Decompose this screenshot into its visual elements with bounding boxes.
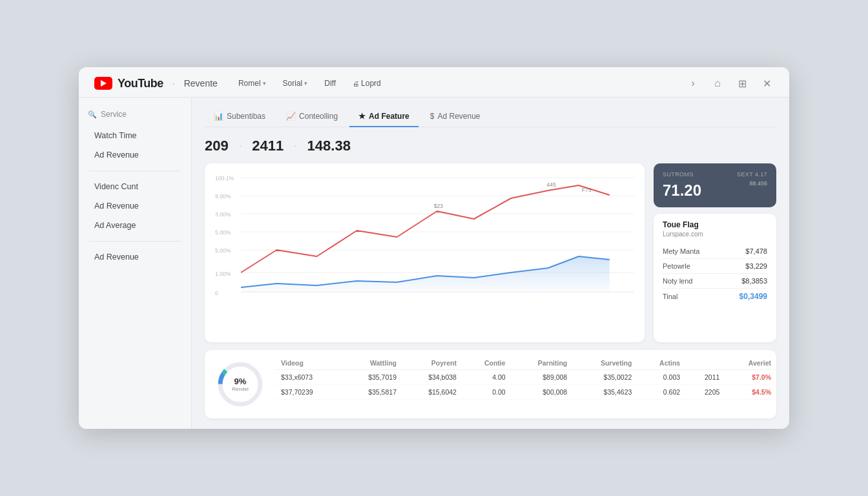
donut-percentage: 9% xyxy=(232,377,248,386)
chart-icon: 📈 xyxy=(286,112,296,121)
youtube-logo: YouTube xyxy=(94,77,163,90)
sidebar-item-videnc-cunt[interactable]: Videnc Cunt xyxy=(84,178,186,196)
data-table-wrapper: Videog Wattling Poyrent Contie Parniting… xyxy=(276,356,776,412)
main-content: 📊 Subentibas 📈 Conteolling ★ Ad Feature … xyxy=(192,98,789,429)
table-row: $33,x6073 $35,7019 $34,b038 4.00 $89,008… xyxy=(276,370,776,385)
nav-sorial[interactable]: Sorial ▾ xyxy=(276,77,315,90)
stat-1: 209 xyxy=(205,138,229,154)
stat-value-1: 209 xyxy=(205,138,229,154)
tab-ad-feature[interactable]: ★ Ad Feature xyxy=(349,108,418,127)
right-panel: SUTROMS SEXT 4.17 71.20 88.456 Toue Flag… xyxy=(654,163,776,342)
stat-dot-2: · xyxy=(294,140,296,152)
donut-center: 9% Rendel xyxy=(232,377,248,392)
stats-card-values: 71.20 88.456 xyxy=(663,180,767,200)
cell-1-6: $35,0022 xyxy=(572,370,637,385)
tabs-bar: 📊 Subentibas 📈 Conteolling ★ Ad Feature … xyxy=(205,108,776,127)
main-layout: 🔍 Service Watch Time Ad Revenue Videnc C… xyxy=(79,98,789,429)
sidebar-item-watch-time[interactable]: Watch Time xyxy=(84,127,186,145)
table-area: 9% Rendel Videog Wattling Poyrent Contie xyxy=(205,350,776,418)
cell-2-4: 0.00 xyxy=(462,385,511,400)
sidebar-divider-2 xyxy=(89,241,181,242)
sidebar-item-ad-revenue-3[interactable]: Ad Revenue xyxy=(84,248,186,266)
bookmark-icon[interactable]: ⊞ xyxy=(735,76,749,90)
table-row: $37,70239 $35,5817 $15,6042 0.00 $00,008… xyxy=(276,385,776,400)
chart-svg: 100.1% 9.00% 3.00% 5.00% 5.00% 1.00% 0 xyxy=(215,172,634,302)
cell-2-5: $00,008 xyxy=(511,385,573,400)
cell-2-8: 2205 xyxy=(685,385,725,400)
revenue-card: Toue Flag Lurspace.com Mety Manta $7,478… xyxy=(654,214,776,342)
stat-value-3: 148.38 xyxy=(307,138,351,154)
revenue-card-title: Toue Flag xyxy=(663,220,767,229)
svg-text:0: 0 xyxy=(215,290,218,296)
star-icon: ★ xyxy=(358,112,366,121)
stats-label-1: SUTROMS xyxy=(663,171,694,178)
revenue-label-2: Petowrle xyxy=(663,262,690,270)
sidebar-divider xyxy=(89,170,181,171)
chevron-right-icon[interactable]: › xyxy=(686,76,700,90)
stats-card-header: SUTROMS SEXT 4.17 xyxy=(663,171,767,178)
svg-marker-14 xyxy=(241,256,610,292)
col-videog: Videog xyxy=(276,356,342,370)
svg-text:F75: F75 xyxy=(582,187,592,193)
revenue-label-total: Tinal xyxy=(663,293,677,300)
svg-text:$23: $23 xyxy=(434,203,443,209)
close-icon[interactable]: ✕ xyxy=(760,76,774,90)
sidebar-item-ad-revenue-1[interactable]: Ad Revenue xyxy=(84,146,186,164)
dollar-icon: $ xyxy=(430,112,435,121)
cell-2-badge: $4.5% xyxy=(725,385,776,400)
nav-loprd[interactable]: 🖨 Loprd xyxy=(346,77,388,90)
sidebar-search[interactable]: 🔍 Service xyxy=(79,107,191,125)
svg-text:445: 445 xyxy=(546,181,555,188)
cell-1-4: 4.00 xyxy=(462,370,511,385)
cell-2-1: $37,70239 xyxy=(276,385,342,400)
revenue-row-2: Petowrle $3,229 xyxy=(663,259,767,274)
cell-1-7: 0.003 xyxy=(637,370,685,385)
stats-sub-value: 88.456 xyxy=(749,180,767,187)
svg-text:3.00%: 3.00% xyxy=(215,211,231,218)
svg-text:5.00%: 5.00% xyxy=(215,229,231,236)
revenue-value-1: $7,478 xyxy=(745,247,767,255)
app-window: YouTube · Revente Romel ▾ Sorial ▾ Diff … xyxy=(79,67,789,429)
data-table: Videog Wattling Poyrent Contie Parniting… xyxy=(276,356,776,400)
search-icon: 🔍 xyxy=(88,110,97,119)
revenue-row-1: Mety Manta $7,478 xyxy=(663,244,767,259)
nav-diff[interactable]: Diff xyxy=(318,77,342,90)
col-surveting: Surveting xyxy=(572,356,637,370)
tab-ad-revenue[interactable]: $ Ad Revenue xyxy=(421,108,490,127)
svg-text:9.00%: 9.00% xyxy=(215,193,231,200)
title-separator: · xyxy=(172,78,175,88)
stats-label-2: SEXT 4.17 xyxy=(737,171,767,178)
revenue-value-2: $3,229 xyxy=(745,262,767,270)
revenue-label-1: Mety Manta xyxy=(663,247,699,255)
col-actins: Actins xyxy=(637,356,685,370)
sidebar-item-ad-revenue-2[interactable]: Ad Revenue xyxy=(84,197,186,215)
titlebar-actions: › ⌂ ⊞ ✕ xyxy=(686,76,774,90)
tab-conteolling[interactable]: 📈 Conteolling xyxy=(277,108,347,127)
app-subtitle: Revente xyxy=(184,78,218,88)
cell-2-7: 0.602 xyxy=(637,385,685,400)
donut-label: Rendel xyxy=(232,386,248,392)
stat-dot-1: · xyxy=(239,140,242,152)
svg-text:100.1%: 100.1% xyxy=(215,175,234,181)
sidebar: 🔍 Service Watch Time Ad Revenue Videnc C… xyxy=(79,98,192,429)
revenue-value-total: $0,3499 xyxy=(739,292,767,301)
stat-3: 148.38 xyxy=(307,138,351,154)
chart-container: 100.1% 9.00% 3.00% 5.00% 5.00% 1.00% 0 xyxy=(205,163,645,342)
cell-2-6: $35,4623 xyxy=(572,385,637,400)
svg-text:1.00%: 1.00% xyxy=(215,271,231,277)
cell-2-3: $15,6042 xyxy=(402,385,462,400)
sidebar-item-ad-average[interactable]: Ad Average xyxy=(84,216,186,234)
cell-1-1: $33,x6073 xyxy=(276,370,342,385)
table-header-row: Videog Wattling Poyrent Contie Parniting… xyxy=(276,356,776,370)
col-col8 xyxy=(685,356,725,370)
stats-row: 209 · 2411 · 148.38 xyxy=(205,135,776,156)
home-icon[interactable]: ⌂ xyxy=(710,76,725,90)
cell-1-badge: $7.0% xyxy=(725,370,776,385)
donut-chart-area: 9% Rendel xyxy=(205,356,276,412)
svg-text:5.00%: 5.00% xyxy=(215,247,231,254)
cell-1-3: $34,b038 xyxy=(402,370,462,385)
nav-romel[interactable]: Romel ▾ xyxy=(232,77,273,90)
cell-2-2: $35,5817 xyxy=(342,385,402,400)
stat-value-2: 2411 xyxy=(252,138,284,154)
tab-subentibas[interactable]: 📊 Subentibas xyxy=(205,108,274,127)
